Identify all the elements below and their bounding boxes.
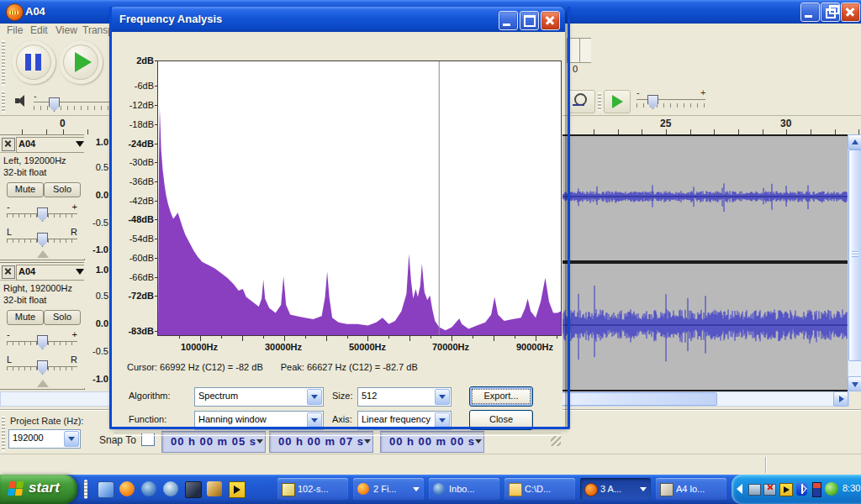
start-label: start [29, 480, 60, 496]
axis-value: Linear frequency [362, 414, 430, 424]
toolbar-grip[interactable] [2, 40, 5, 86]
quicklaunch-grip[interactable] [84, 480, 87, 499]
pan-thumb[interactable] [37, 233, 48, 247]
start-button[interactable]: start [0, 475, 77, 504]
project-rate-select[interactable]: 192000 [8, 429, 81, 449]
media-player-classic-icon[interactable] [229, 481, 246, 498]
scroll-right-button[interactable] [833, 391, 848, 407]
y-tick-label: -6dB [115, 81, 154, 91]
pause-button[interactable] [12, 40, 55, 84]
x-axis-tick [263, 335, 264, 339]
track2-gain-slider[interactable]: - + [7, 332, 77, 350]
display-settings-icon[interactable] [185, 481, 202, 498]
track2-close-icon[interactable] [2, 265, 15, 279]
size-select[interactable]: 512 [357, 387, 452, 407]
taskbar-button[interactable]: 3 A... [580, 478, 651, 500]
menu-view[interactable]: View [55, 24, 77, 36]
play-icon [612, 95, 623, 108]
wireless-network-icon[interactable] [748, 484, 761, 496]
play-at-speed-button[interactable] [604, 90, 631, 113]
track2-amplitude-ruler: 1.0 0.5 0.0 -0.5 -1.0 [84, 262, 113, 388]
dialog-close-button[interactable] [541, 11, 560, 30]
dialog-minimize-button[interactable] [499, 11, 518, 30]
track1-gain-slider[interactable]: - + [7, 204, 77, 223]
y-tick-label: -24dB [115, 139, 154, 149]
ruler-label: 0.0 [96, 318, 108, 328]
taskbar-button-label: Inbo... [449, 484, 475, 494]
dialog-close-action-button[interactable]: Close [469, 410, 533, 430]
function-value: Hanning window [198, 414, 267, 424]
track1-title-menu[interactable]: A04 [16, 137, 87, 153]
bluetooth-icon[interactable] [796, 482, 807, 496]
track1-mute-button[interactable]: Mute [7, 182, 44, 197]
dialog-resize-grip[interactable] [551, 436, 561, 446]
taskbar-button[interactable]: 102-s... [277, 478, 348, 500]
function-select[interactable]: Hanning window [194, 411, 324, 430]
taskbar-button[interactable]: Inbo... [429, 478, 499, 500]
play-button[interactable] [59, 40, 103, 84]
toolbar-grip[interactable] [598, 92, 601, 111]
toolbar-grip[interactable] [2, 91, 5, 113]
x-axis-tick [557, 335, 557, 339]
thunderbird-icon[interactable] [141, 481, 156, 496]
axis-select[interactable]: Linear frequency [357, 411, 452, 430]
track1-name: A04 [18, 139, 35, 149]
antivirus-icon[interactable] [825, 482, 838, 496]
vertical-scroll-thumb[interactable] [848, 150, 861, 361]
size-value: 512 [362, 391, 377, 401]
algorithm-value: Spectrum [198, 391, 238, 401]
taskbar-button[interactable]: C:\D... [504, 478, 575, 500]
tray-chevron-icon[interactable] [737, 484, 742, 494]
pan-thumb[interactable] [37, 360, 48, 375]
track1-collapse-icon[interactable] [37, 250, 49, 258]
toolbar-grip[interactable] [2, 416, 5, 451]
gain-thumb[interactable] [37, 335, 48, 349]
export-button[interactable]: Export... [469, 386, 533, 407]
quicktime-icon[interactable] [163, 481, 178, 496]
menu-file[interactable]: File [7, 24, 23, 36]
y-tick-label: -60dB [115, 253, 154, 263]
ruler-label: 1.0 [96, 137, 108, 147]
firefox-icon[interactable] [119, 481, 135, 496]
volume-slider[interactable] [34, 102, 109, 110]
taskbar-button[interactable]: A4 lo... [656, 478, 726, 500]
mail-compose-icon[interactable] [98, 481, 114, 498]
dialog-titlebar[interactable]: Frequency Analysis [109, 7, 565, 32]
media-player-tray-icon[interactable] [779, 483, 793, 496]
restore-button[interactable] [821, 3, 840, 22]
fit-selection-button[interactable] [568, 90, 595, 113]
x-axis-tick [326, 335, 327, 341]
timeline-label-30: 30 [780, 118, 791, 129]
track2-collapse-icon[interactable] [37, 380, 49, 387]
main-window-title: A04 [25, 5, 45, 18]
minimize-button[interactable] [800, 3, 820, 22]
close-button[interactable] [841, 3, 860, 22]
x-axis-tick [200, 335, 201, 341]
speed-slider[interactable] [637, 99, 705, 108]
track2-pan-slider[interactable]: L R [7, 357, 77, 375]
spectrum-plot[interactable] [157, 60, 562, 336]
pan-left-label: L [7, 227, 12, 237]
taskbar-button[interactable]: 2 Fi... [353, 478, 424, 500]
track2-title-menu[interactable]: A04 [16, 265, 87, 281]
ruler-label: -1.0 [92, 374, 108, 384]
menu-edit[interactable]: Edit [30, 24, 48, 36]
battery-icon[interactable] [812, 482, 821, 497]
scroll-down-button[interactable] [848, 376, 861, 391]
gain-thumb[interactable] [37, 207, 48, 222]
track2-solo-button[interactable]: Solo [44, 310, 81, 325]
dialog-body: 2dB -6dB -12dB -18dB -24dB -30dB -36dB -… [112, 32, 563, 424]
paint-brush-icon[interactable] [207, 481, 222, 496]
y-tick-label: -12dB [115, 100, 154, 110]
algorithm-select[interactable]: Spectrum [194, 387, 324, 407]
dialog-maximize-button[interactable] [520, 11, 539, 30]
network-disconnected-icon[interactable] [763, 484, 776, 496]
scroll-up-button[interactable] [848, 134, 861, 150]
vertical-scrollbar[interactable] [848, 134, 861, 391]
track1-pan-slider[interactable]: L R [7, 229, 77, 248]
track1-solo-button[interactable]: Solo [44, 182, 81, 197]
x-tick-label: 90000Hz [505, 342, 564, 352]
track2-mute-button[interactable]: Mute [7, 310, 44, 325]
track1-close-icon[interactable] [2, 138, 15, 151]
y-tick-label: -42dB [115, 196, 154, 206]
